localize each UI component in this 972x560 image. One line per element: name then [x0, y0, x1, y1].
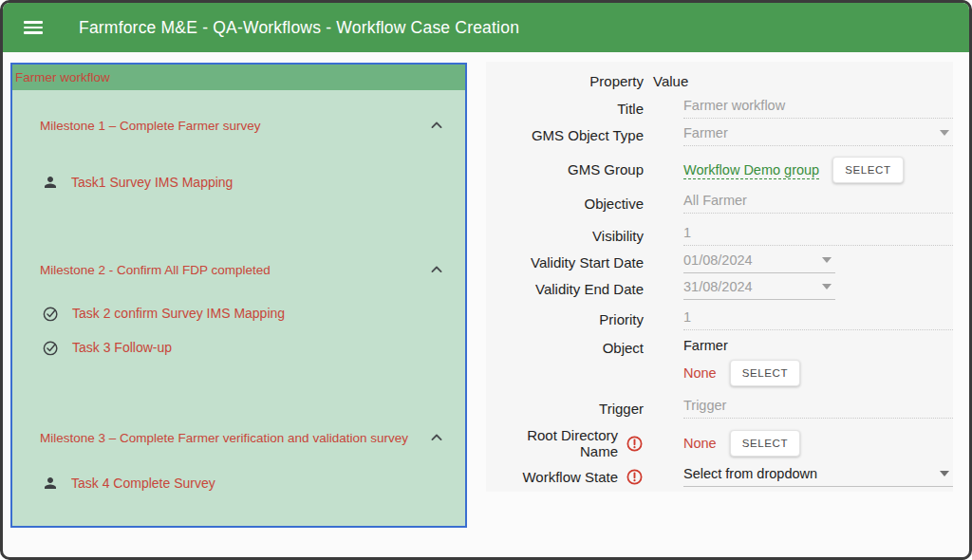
gms-object-type-value: Farmer — [683, 125, 728, 140]
validity-end-date-label: Validity End Date — [486, 281, 644, 297]
objective-label: Objective — [486, 196, 644, 212]
warning-icon — [626, 468, 644, 486]
task-row[interactable]: Task 4 Complete Survey — [12, 472, 465, 495]
trigger-label: Trigger — [486, 401, 644, 417]
person-icon — [42, 475, 59, 492]
task-label: Task 4 Complete Survey — [71, 476, 215, 491]
dropdown-arrow-icon — [940, 471, 949, 476]
check-circle-icon — [42, 339, 60, 357]
root-directory-label-text: Root Directory Name — [486, 427, 618, 459]
milestone-2-title: Milestone 2 - Confirm All FDP completed — [40, 263, 271, 277]
workflow-state-select[interactable]: Select from dropdown — [683, 466, 953, 487]
person-icon — [42, 174, 59, 191]
task-label: Task 3 Follow-up — [72, 340, 172, 355]
visibility-row: Visibility 1 — [486, 223, 953, 248]
menu-icon[interactable] — [24, 21, 43, 34]
visibility-label: Visibility — [486, 228, 644, 244]
validity-start-date-value: 01/08/2024 — [683, 252, 753, 268]
workflow-tree-panel: Farmer workflow Milestone 1 – Complete F… — [10, 63, 467, 528]
gms-group-row: GMS Group Workflow Demo group SELECT — [486, 154, 953, 185]
task-row[interactable]: Task 3 Follow-up — [12, 336, 465, 359]
milestone-3-row[interactable]: Milestone 3 – Complete Farmer verificati… — [12, 430, 465, 445]
priority-input[interactable]: 1 — [683, 309, 953, 330]
object-selection-value: None — [683, 365, 717, 381]
value-column-header: Value — [653, 73, 688, 89]
milestone-3-title: Milestone 3 – Complete Farmer verificati… — [40, 431, 408, 445]
gms-object-type-select[interactable]: Farmer — [683, 125, 953, 146]
object-selection-row: None SELECT — [486, 359, 953, 387]
object-value: Farmer — [683, 338, 953, 358]
objective-row: Objective All Farmer — [486, 191, 953, 215]
properties-panel: Property Value Title Farmer workflow GMS… — [486, 62, 953, 492]
dropdown-arrow-icon — [822, 284, 832, 289]
root-directory-row: Root Directory Name None SELECT — [486, 429, 953, 457]
trigger-input[interactable]: Trigger — [683, 398, 953, 419]
milestone-1-row[interactable]: Milestone 1 – Complete Farmer survey — [12, 118, 465, 133]
priority-row: Priority 1 — [486, 307, 953, 332]
task-label: Task 2 confirm Survey IMS Mapping — [72, 306, 285, 321]
object-row: Object Farmer — [486, 338, 953, 357]
gms-group-link[interactable]: Workflow Demo group — [683, 162, 819, 177]
object-label: Object — [486, 340, 644, 356]
workflow-title[interactable]: Farmer workflow — [12, 65, 465, 90]
gms-object-type-label: GMS Object Type — [486, 127, 644, 143]
collapse-chevron-up-icon[interactable] — [427, 428, 446, 447]
property-column-header: Property — [486, 73, 644, 89]
milestone-2-row[interactable]: Milestone 2 - Confirm All FDP completed — [12, 262, 465, 277]
root-directory-select-button[interactable]: SELECT — [730, 430, 800, 457]
visibility-input[interactable]: 1 — [683, 225, 953, 246]
gms-group-select-button[interactable]: SELECT — [832, 157, 903, 183]
trigger-row: Trigger Trigger — [486, 395, 953, 421]
validity-end-date-value: 31/08/2024 — [683, 279, 753, 294]
title-input[interactable]: Farmer workflow — [683, 98, 953, 119]
validity-end-date-picker[interactable]: 31/08/2024 — [683, 279, 835, 300]
validity-start-date-label: Validity Start Date — [486, 254, 644, 271]
validity-end-date-row: Validity End Date 31/08/2024 — [486, 276, 953, 302]
app-window: Farmforce M&E - QA-Workflows - Workflow … — [0, 0, 972, 560]
priority-label: Priority — [486, 311, 644, 327]
validity-start-date-row: Validity Start Date 01/08/2024 — [486, 250, 953, 275]
validity-start-date-picker[interactable]: 01/08/2024 — [683, 252, 835, 273]
title-row: Title Farmer workflow — [486, 96, 953, 121]
root-directory-value: None — [683, 436, 717, 451]
check-circle-icon — [42, 305, 60, 323]
object-select-button[interactable]: SELECT — [730, 360, 800, 386]
task-row[interactable]: Task1 Survey IMS Mapping — [12, 171, 465, 194]
objective-input[interactable]: All Farmer — [683, 193, 953, 214]
gms-object-type-row: GMS Object Type Farmer — [486, 122, 953, 148]
workflow-state-row: Workflow State Select from dropdown — [486, 461, 953, 492]
workflow-state-label: Workflow State — [486, 468, 644, 486]
milestone-1-title: Milestone 1 – Complete Farmer survey — [40, 119, 261, 133]
app-bar: Farmforce M&E - QA-Workflows - Workflow … — [3, 3, 969, 52]
root-directory-label: Root Directory Name — [486, 427, 644, 459]
page-title: Farmforce M&E - QA-Workflows - Workflow … — [79, 18, 519, 38]
properties-header-row: Property Value — [486, 71, 953, 90]
workflow-state-value: Select from dropdown — [683, 466, 817, 481]
collapse-chevron-up-icon[interactable] — [427, 116, 446, 135]
gms-group-label: GMS Group — [486, 161, 644, 177]
warning-icon — [626, 435, 644, 453]
dropdown-arrow-icon — [822, 257, 832, 263]
title-label: Title — [486, 101, 644, 117]
collapse-chevron-up-icon[interactable] — [427, 260, 446, 279]
task-row[interactable]: Task 2 confirm Survey IMS Mapping — [12, 302, 465, 325]
dropdown-arrow-icon — [940, 130, 949, 136]
workflow-state-label-text: Workflow State — [522, 469, 618, 485]
task-label: Task1 Survey IMS Mapping — [71, 175, 233, 190]
